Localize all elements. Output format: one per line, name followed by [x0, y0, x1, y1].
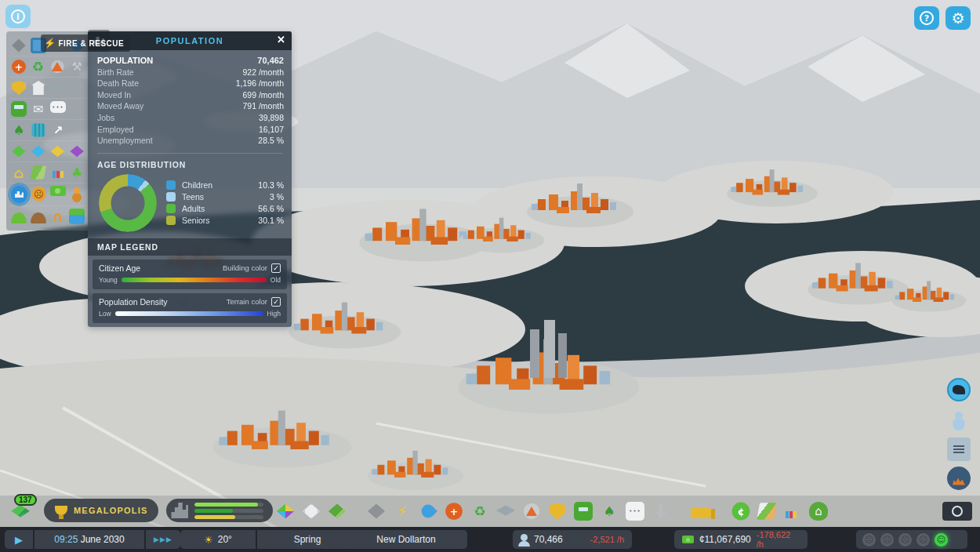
telecom-icon[interactable]: [626, 502, 644, 521]
noise-icon[interactable]: [50, 209, 66, 224]
info-views-button[interactable]: i: [5, 5, 31, 28]
sim-speed-control[interactable]: ▶▶▶: [146, 536, 180, 543]
transport-icon[interactable]: [574, 502, 593, 521]
gear-icon: ⚙: [951, 9, 964, 27]
garbage-icon[interactable]: [470, 502, 489, 521]
terraform-icon[interactable]: [653, 503, 669, 519]
land-value-icon[interactable]: [11, 165, 27, 180]
healthcare-icon[interactable]: [12, 60, 26, 74]
photo-mode-button[interactable]: [942, 502, 972, 521]
status-bar: ▶ 09:25 June 2030 ▶▶▶ ☀ 20° Spring New D…: [0, 527, 980, 552]
time-display: 09:25 June 2030: [34, 534, 144, 545]
city-name-display[interactable]: New Dollarton: [345, 530, 467, 549]
bulldozer-icon[interactable]: [691, 508, 711, 518]
soil-icon[interactable]: [31, 212, 46, 223]
education-icon[interactable]: [50, 80, 66, 96]
recreation-icon[interactable]: [32, 124, 45, 137]
education-icon[interactable]: [496, 502, 515, 521]
question-icon: ?: [920, 11, 934, 25]
happy-face-icon[interactable]: ☺: [935, 533, 948, 547]
legend-row: Adults56.6 %: [166, 204, 284, 213]
citizen-icon[interactable]: [947, 408, 971, 431]
building-color-checkbox[interactable]: ✓: [271, 263, 281, 273]
progression-icon[interactable]: [947, 467, 971, 490]
fire-rescue-tooltip: ⚡ FIRE & RESCUE: [41, 34, 130, 52]
temperature-display: ☀ 20°: [180, 534, 256, 546]
roads-tile-icon[interactable]: [367, 502, 386, 521]
zone-office-icon[interactable]: [69, 143, 85, 159]
population-icon[interactable]: [11, 186, 27, 203]
teens-swatch: [166, 192, 176, 202]
statistics-icon[interactable]: [50, 165, 66, 180]
happiness-indicator[interactable]: ☹☹☹☹☺: [856, 530, 967, 549]
infoviews-icon[interactable]: [757, 503, 776, 520]
police-icon[interactable]: [549, 503, 566, 520]
demand-pill[interactable]: [166, 499, 273, 522]
zone-com-icon[interactable]: [31, 143, 46, 159]
time-controls: ▶ 09:25 June 2030 ▶▶▶: [5, 530, 180, 549]
water-levels-icon[interactable]: [69, 209, 85, 224]
sun-icon: ☀: [204, 534, 213, 546]
play-button[interactable]: ▶: [5, 534, 33, 546]
sad-face-icon[interactable]: ☹: [898, 533, 912, 547]
transport-icon[interactable]: [11, 101, 27, 117]
water-icon[interactable]: [419, 502, 437, 521]
citizen-age-legend: Citizen Age Building color ✓ Young Old: [93, 260, 287, 289]
routes-icon[interactable]: [50, 122, 66, 138]
xp-tiles-icon: [11, 505, 30, 522]
sad-face-icon[interactable]: ☹: [880, 533, 894, 547]
xp-badge: 137: [14, 494, 37, 506]
pollution-icon[interactable]: [69, 165, 85, 180]
workplaces-icon[interactable]: [70, 186, 85, 202]
mail-icon[interactable]: [31, 101, 46, 117]
zone-res-icon[interactable]: [11, 143, 27, 159]
roads-icon[interactable]: [11, 38, 27, 53]
city-info-icon[interactable]: [809, 502, 828, 521]
telecom-icon[interactable]: [50, 101, 66, 113]
terrain-icon[interactable]: [11, 212, 27, 223]
population-summary[interactable]: 70,466 -2,521 /h: [513, 530, 632, 549]
xp-indicator[interactable]: 137: [9, 499, 36, 522]
healthcare-icon[interactable]: [445, 503, 463, 520]
stat-row: Employed16,107: [97, 124, 284, 136]
commercial-demand-bar: [194, 509, 232, 513]
city-buildings-icon: [171, 503, 188, 518]
map-icon[interactable]: [30, 166, 45, 180]
population-panel: POPULATION ✕ POPULATION70,462 Birth Rate…: [88, 31, 292, 327]
zone-ind-icon[interactable]: [50, 143, 66, 159]
close-icon[interactable]: ✕: [277, 34, 285, 45]
weather-display: ☀ 20° Spring: [180, 530, 358, 549]
economy2-icon[interactable]: [732, 503, 750, 521]
age-distribution-donut: [99, 174, 157, 232]
money-summary[interactable]: ¢11,067,690 -178,622 /h: [674, 530, 808, 549]
economy-icon[interactable]: [50, 186, 66, 196]
sad-face-icon[interactable]: ☹: [916, 533, 930, 547]
statistics-icon[interactable]: [783, 502, 802, 521]
happiness-icon[interactable]: [31, 187, 45, 202]
legend-row: Teens3 %: [166, 192, 284, 202]
help-button[interactable]: ?: [914, 6, 939, 30]
garbage-icon[interactable]: [31, 59, 46, 74]
sad-face-icon[interactable]: ☹: [862, 533, 876, 547]
fire-icon[interactable]: [50, 59, 66, 74]
administration-icon[interactable]: [31, 81, 45, 95]
zoning-icon[interactable]: [276, 502, 295, 521]
terrain-color-checkbox[interactable]: ✓: [271, 297, 281, 307]
citizen-age-gradient: [122, 278, 267, 282]
milestone-pill[interactable]: MEGALOPOLIS: [44, 499, 158, 522]
info-icon: i: [11, 9, 25, 24]
parks-icon[interactable]: [600, 502, 619, 521]
population-density-gradient: [115, 311, 263, 316]
police-icon[interactable]: [12, 81, 26, 95]
electricity-icon[interactable]: [393, 502, 412, 521]
maintenance-icon[interactable]: [69, 59, 85, 74]
chirper-icon[interactable]: [947, 378, 971, 401]
landscaping-icon[interactable]: [328, 502, 347, 521]
seniors-swatch: [166, 216, 176, 225]
assets-icon[interactable]: [302, 502, 321, 521]
settings-button[interactable]: ⚙: [946, 6, 971, 30]
parks-icon[interactable]: [11, 122, 27, 138]
fire-icon[interactable]: [522, 502, 541, 521]
adults-swatch: [166, 204, 176, 213]
journal-icon[interactable]: [947, 438, 971, 461]
